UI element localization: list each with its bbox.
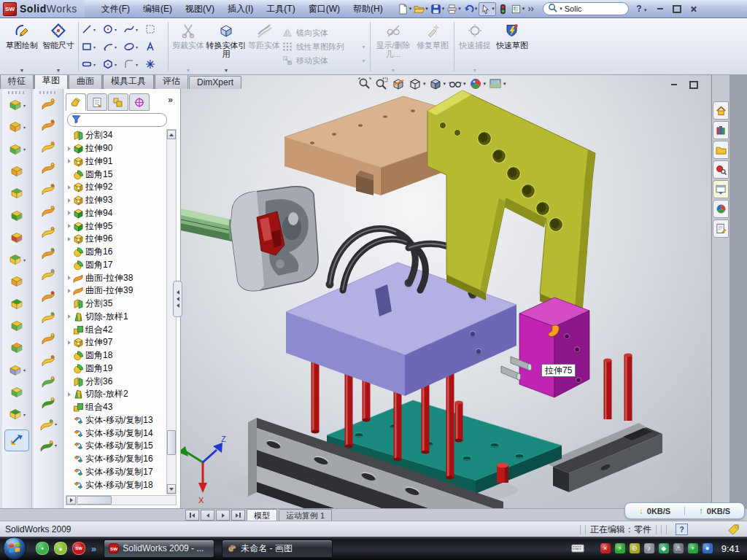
help-button[interactable]: ? ▾: [636, 4, 646, 14]
undo-icon[interactable]: ▾: [462, 3, 479, 15]
tab-3[interactable]: 曲面: [69, 74, 102, 89]
tree-item[interactable]: 拉伸95: [66, 219, 166, 233]
tree-item[interactable]: 圆角19: [66, 362, 166, 376]
text-icon[interactable]: [144, 38, 166, 55]
nav-last-button[interactable]: [231, 510, 245, 521]
tree-item[interactable]: 分割36: [66, 375, 166, 388]
sketch-fillet-icon[interactable]: ▾: [123, 55, 144, 73]
part-clamp-bracket-yellow[interactable]: [427, 90, 595, 319]
tree-item[interactable]: 拉伸92: [66, 181, 166, 194]
expand-arrow-icon[interactable]: [66, 237, 73, 241]
reference-geometry-icon[interactable]: [2, 385, 31, 400]
tree-item[interactable]: 切除-放样1: [66, 311, 166, 324]
planar-surface-icon[interactable]: [34, 225, 63, 239]
offset-surface-icon[interactable]: [34, 203, 63, 218]
options-icon[interactable]: ▾: [510, 3, 526, 15]
nav-next-button[interactable]: [216, 510, 230, 521]
configuration-manager-tab[interactable]: [108, 93, 128, 111]
doc-tab-1[interactable]: 模型: [247, 509, 277, 522]
dimxpert-manager-tab[interactable]: [129, 93, 150, 111]
move-body-toolbar-icon[interactable]: [2, 341, 31, 355]
knit-surface-icon[interactable]: [34, 374, 63, 389]
extruded-boss-icon[interactable]: ▾: [2, 98, 31, 112]
section-view-icon[interactable]: [391, 77, 406, 91]
zoom-fit-icon[interactable]: [357, 77, 372, 91]
model-canvas[interactable]: X Y Z: [181, 75, 729, 508]
nav-prev-button[interactable]: [201, 510, 214, 521]
volume-tray-icon[interactable]: ♪: [644, 543, 654, 553]
scroll-up-button[interactable]: [167, 130, 176, 139]
optimizer-tray-icon[interactable]: ⊙: [630, 543, 640, 553]
tree-item[interactable]: 组合43: [66, 401, 166, 414]
expand-arrow-icon[interactable]: [66, 211, 73, 215]
shell-icon[interactable]: [2, 319, 31, 333]
point-icon[interactable]: [144, 55, 166, 73]
tab-1[interactable]: 特征: [0, 74, 34, 89]
tree-item[interactable]: 曲面-拉伸39: [66, 284, 166, 298]
open-icon[interactable]: ▾: [413, 3, 429, 15]
ribbon-sketch-button[interactable]: 草图绘制▼: [3, 19, 41, 74]
search-dropdown-icon[interactable]: ▾: [560, 6, 562, 12]
tree-item[interactable]: 圆角18: [66, 349, 166, 362]
tree-item[interactable]: 拉伸93: [66, 194, 166, 207]
appearances-tab[interactable]: [713, 200, 729, 218]
menu-5[interactable]: 工具(T): [260, 0, 301, 18]
solidworks-quicklaunch-icon[interactable]: SW: [72, 542, 85, 555]
media-quicklaunch-icon[interactable]: ◉: [54, 542, 67, 555]
ellipse-icon[interactable]: ▾: [123, 38, 144, 55]
document-restore-button[interactable]: [688, 79, 700, 90]
part-ejector-pins-right[interactable]: [604, 354, 632, 421]
expand-arrow-icon[interactable]: [66, 185, 73, 190]
replace-face-icon[interactable]: [34, 310, 63, 324]
tree-item[interactable]: 曲面-拉伸38: [66, 271, 166, 284]
start-button[interactable]: [2, 536, 27, 560]
search-box[interactable]: ▾ Solic: [543, 2, 629, 15]
tab-6[interactable]: DimXpert: [189, 76, 241, 89]
display-style-icon[interactable]: ▾: [428, 77, 446, 91]
search-tab[interactable]: [713, 160, 729, 179]
messenger-tray-icon[interactable]: ●: [703, 543, 713, 553]
revolved-boss-icon[interactable]: ▾: [2, 120, 31, 134]
thicken-icon[interactable]: [34, 395, 63, 410]
tab-overflow-button[interactable]: »: [168, 95, 173, 105]
ribbon-rapid-button[interactable]: 快速草图: [493, 19, 531, 74]
curves-icon[interactable]: ▾: [2, 407, 31, 421]
menu-6[interactable]: 窗口(W): [302, 0, 347, 18]
tree-item[interactable]: 拉伸90: [66, 142, 166, 155]
tab-2[interactable]: 草图: [34, 73, 68, 89]
tab-4[interactable]: 模具工具: [103, 74, 154, 89]
close-button[interactable]: [687, 4, 700, 15]
rectangle-icon[interactable]: ▾: [81, 38, 102, 55]
apply-scene-icon[interactable]: ▾: [488, 77, 506, 91]
network-warning-tray-icon[interactable]: ⚠: [673, 543, 684, 553]
menu-7[interactable]: 帮助(H): [347, 0, 390, 18]
quick-tips-button[interactable]: ?: [676, 524, 688, 535]
extruded-surface-icon[interactable]: [34, 96, 63, 111]
taskbar-task-2[interactable]: 未命名 - 画图: [222, 540, 333, 558]
resources-home-tab[interactable]: [713, 101, 729, 120]
ribbon-dimension-button[interactable]: 智能尺寸▼: [41, 19, 76, 74]
lofted-surface-icon[interactable]: [34, 160, 63, 175]
minimize-button[interactable]: [654, 4, 666, 15]
revolved-cut-icon[interactable]: [2, 209, 31, 223]
hole-wizard-icon[interactable]: [2, 230, 31, 245]
graphics-viewport[interactable]: ▾▾▾▾▾: [181, 75, 729, 508]
scroll-right-button[interactable]: [66, 496, 76, 505]
tab-5[interactable]: 评估: [155, 74, 188, 89]
tree-filter-box[interactable]: [67, 113, 167, 127]
file-explorer-tab[interactable]: [713, 141, 729, 159]
slot-icon[interactable]: ▾: [81, 55, 102, 73]
ruled-surface-icon[interactable]: ▾: [34, 417, 63, 432]
print-icon[interactable]: ▾: [446, 3, 462, 15]
messenger-quicklaunch-icon[interactable]: ●: [36, 542, 49, 555]
freeform-icon[interactable]: [34, 267, 63, 281]
doc-tab-2[interactable]: 运动算例 1: [279, 509, 332, 522]
restore-button[interactable]: [670, 4, 683, 15]
expand-arrow-icon[interactable]: [66, 224, 73, 228]
menu-2[interactable]: 编辑(E): [136, 0, 179, 18]
selection-box-icon[interactable]: [144, 20, 166, 38]
quick-launch-overflow-icon[interactable]: »: [91, 543, 96, 554]
insert-features-icon[interactable]: ▾: [2, 363, 31, 378]
tree-item[interactable]: 切除-放样2: [66, 388, 166, 401]
filled-surface-icon[interactable]: [34, 246, 63, 260]
